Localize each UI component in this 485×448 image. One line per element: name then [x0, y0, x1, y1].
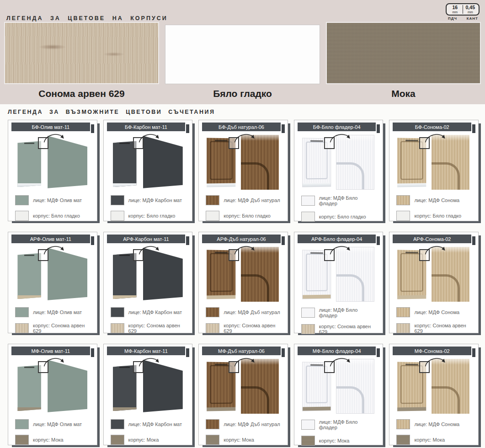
- combo-card: МФ-Бяло фладер-04: [294, 344, 384, 445]
- door-panel-corner: [336, 162, 364, 190]
- combo-card-title: БФ-Бяло фладер-04: [298, 123, 376, 131]
- door-plinth: [397, 295, 426, 299]
- edge-spec: 16 mm 0,45 mm ПДЧ КАНТ: [446, 3, 480, 21]
- face-color-swatch: [111, 419, 124, 429]
- combo-card-title-text: МФ-Олив мат-11: [32, 348, 70, 354]
- face-label: лице: МДФ Дъб натурал: [224, 197, 280, 203]
- card-legend: лице: МДФ Олив мат корпус: Мока: [15, 419, 91, 445]
- combo-card-title-text: МФ-Карбон мат-11: [124, 348, 168, 354]
- door-panel-corner: [336, 386, 364, 414]
- door-preview: [12, 357, 93, 415]
- body-color-swatch: [396, 323, 410, 333]
- door-plinth: [17, 407, 41, 411]
- door-preview: [393, 245, 474, 303]
- curved-arrow-icon: [423, 356, 448, 368]
- card-legend: лице: МДФ Дъб натурал корпус: Бяло гладк…: [206, 195, 282, 221]
- color-combos-section: ЛЕГЕНДА ЗА ВЪЗМОЖНИТЕ ЦВЕТОВИ СЪЧЕТАНИЯ …: [0, 104, 485, 445]
- face-label: лице: МДФ Сонома: [414, 309, 459, 315]
- body-color-swatch: [301, 436, 315, 446]
- curved-arrow-icon: [42, 244, 67, 256]
- body-label: корпус: Мока: [128, 437, 159, 443]
- body-label: корпус: Бяло гладко: [224, 213, 271, 219]
- body-label: корпус: Сонома арвен 629: [128, 323, 187, 334]
- door-preview: [107, 357, 189, 415]
- door-plinth: [303, 406, 330, 411]
- body-label: корпус: Мока: [224, 437, 254, 443]
- face-label: лице: МДФ Бяло фладер: [319, 195, 378, 206]
- combo-card-title-text: АРФ-Олив мат-11: [30, 236, 71, 242]
- body-color-swatch: [396, 435, 410, 445]
- card-legend: лице: МДФ Олив мат корпус: Сонома арвен …: [15, 307, 91, 334]
- card-legend: лице: МДФ Сонома корпус: Мока: [396, 419, 473, 445]
- door-plinth: [17, 183, 41, 187]
- combo-card: МФ-Олив мат-11: [8, 344, 97, 445]
- body-label: корпус: Сонома арвен 629: [319, 324, 378, 335]
- door-plinth: [207, 183, 235, 187]
- card-legend: лице: МДФ Олив мат корпус: Бяло гладко: [15, 195, 91, 221]
- curved-arrow-icon: [42, 132, 67, 144]
- face-label: лице: МДФ Сонома: [414, 421, 459, 427]
- card-legend: лице: МДФ Бяло фладер корпус: Бяло гладк…: [301, 195, 378, 222]
- body-color-swatch: [396, 211, 410, 221]
- combo-card-title-text: МФ-Сонома-02: [415, 348, 450, 354]
- pdch-thickness-value: 16: [452, 5, 458, 10]
- combo-card-title-text: АРФ-Сонома-02: [413, 236, 451, 242]
- door-handle: [310, 364, 323, 366]
- body-label: корпус: Сонома арвен 629: [414, 323, 473, 334]
- face-label: лице: МДФ Дъб натурал: [224, 421, 280, 427]
- door-panel-corner: [241, 162, 270, 190]
- face-label: лице: МДФ Олив мат: [33, 309, 82, 315]
- door-panel-corner: [432, 162, 460, 190]
- card-legend: лице: МДФ Карбон мат корпус: Сонома арве…: [111, 307, 187, 334]
- door-panel-corner: [336, 274, 364, 302]
- swatch-moka: [326, 22, 481, 84]
- face-color-swatch: [301, 196, 315, 206]
- door-plinth: [113, 295, 137, 299]
- curved-arrow-icon: [137, 244, 162, 256]
- door-plinth: [303, 294, 330, 299]
- combo-card-title-text: АРФ-Дъб натурал-06: [217, 236, 266, 242]
- door-handle: [24, 255, 35, 256]
- door-panel-corner: [432, 274, 460, 302]
- combo-card-title: АРФ-Бяло фладер-04: [298, 235, 376, 243]
- door-front-large: [143, 360, 183, 412]
- combo-card-title: БФ-Сонома-02: [393, 123, 471, 131]
- combo-card-title: МФ-Сонома-02: [393, 347, 471, 355]
- body-color-swatch: [111, 323, 124, 333]
- face-color-swatch: [206, 307, 219, 317]
- kant-thickness-value: 0,45: [466, 5, 475, 10]
- card-legend: лице: МДФ Бяло фладер корпус: Мока: [301, 419, 378, 446]
- combo-card: АРФ-Карбон мат-11: [103, 232, 193, 333]
- body-color-swatch: [301, 324, 315, 334]
- combo-card-title: АРФ-Дъб натурал-06: [202, 235, 281, 243]
- body-label: корпус: Бяло гладко: [128, 213, 176, 219]
- door-preview: [203, 357, 284, 415]
- curved-arrow-icon: [233, 356, 257, 368]
- face-color-swatch: [206, 195, 219, 205]
- door-plinth: [303, 182, 330, 187]
- kant-thickness-unit: mm: [468, 11, 473, 14]
- door-plinth: [397, 183, 426, 187]
- door-preview: [203, 133, 284, 191]
- face-color-swatch: [396, 307, 410, 317]
- swatch-label-sonoma-arven: Сонома арвен 629: [4, 88, 159, 99]
- combo-card-title: МФ-Дъб натурал-06: [202, 347, 281, 355]
- door-front-large: [48, 248, 87, 300]
- curved-arrow-icon: [423, 244, 448, 256]
- catalog-page: ЛЕГЕНДА ЗА ЦВЕТОВЕ НА КОРПУСИ 16 mm 0,45…: [0, 0, 485, 448]
- combo-card: АРФ-Сонома-02: [389, 232, 479, 333]
- face-label: лице: МДФ Карбон мат: [128, 309, 182, 315]
- door-preview: [12, 133, 93, 191]
- combo-card-title-text: МФ-Дъб натурал-06: [218, 348, 265, 354]
- face-label: лице: МДФ Карбон мат: [128, 197, 182, 203]
- combo-card-title-text: БФ-Бяло фладер-04: [313, 124, 361, 130]
- combo-card: МФ-Дъб натурал-06: [198, 344, 288, 445]
- swatch-sonoma-arven-629: [4, 22, 159, 84]
- color-combos-header: ЛЕГЕНДА ЗА ВЪЗМОЖНИТЕ ЦВЕТОВИ СЪЧЕТАНИЯ: [8, 109, 479, 115]
- body-colors-section: ЛЕГЕНДА ЗА ЦВЕТОВЕ НА КОРПУСИ 16 mm 0,45…: [0, 0, 485, 104]
- door-plinth: [17, 295, 41, 299]
- combo-card: АРФ-Олив мат-11: [8, 232, 97, 333]
- curved-arrow-icon: [233, 244, 257, 256]
- combo-card: МФ-Сонома-02: [389, 344, 479, 445]
- face-label: лице: МДФ Бяло фладер: [319, 307, 378, 318]
